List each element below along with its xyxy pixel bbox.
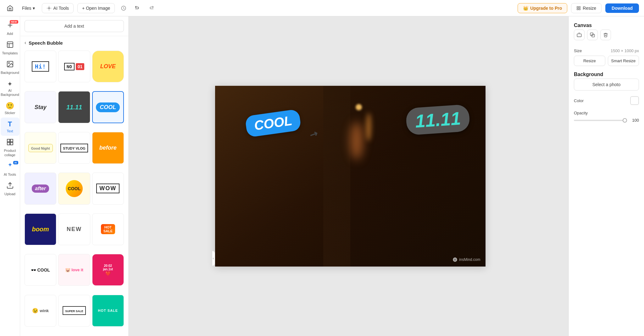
files-menu[interactable]: Files ▾ — [19, 4, 38, 13]
background-icon — [6, 60, 14, 70]
sticker-no01[interactable]: NO 01 — [58, 51, 90, 82]
sidebar-item-text[interactable]: T Text — [1, 118, 19, 136]
sticker-hi[interactable]: Hi! — [25, 51, 56, 82]
sidebar-item-templates[interactable]: Templates — [1, 38, 19, 58]
sticker-new[interactable]: NEW — [58, 213, 90, 245]
redo-button[interactable] — [146, 3, 156, 13]
svg-rect-19 — [7, 142, 10, 145]
sidebar-item-ai-tools[interactable]: AI Tools AI — [1, 160, 19, 179]
color-swatch[interactable] — [630, 96, 639, 105]
background-section-title: Background — [574, 72, 639, 77]
sticker-goodnight[interactable]: Good Night — [25, 132, 56, 164]
svg-rect-18 — [10, 139, 13, 142]
panel-top: Add a text — [20, 16, 128, 36]
sticker-supersale[interactable]: SUPER SALE — [58, 295, 90, 327]
open-image-button[interactable]: + Open Image — [77, 3, 115, 13]
size-label: Size — [574, 48, 582, 53]
upload-label: Upload — [4, 192, 15, 196]
text-label: Text — [7, 129, 13, 133]
canvas-delete-button[interactable] — [600, 30, 611, 40]
text-icon: T — [8, 120, 12, 128]
sticker-after[interactable]: after — [25, 173, 56, 204]
sidebar-item-sticker[interactable]: 🙂 Sticker — [1, 99, 19, 118]
canvas-duplicate-button[interactable] — [587, 30, 598, 40]
sticker-1111[interactable]: 11.11 — [58, 91, 90, 123]
cool-sticker-text: COOL — [253, 113, 293, 133]
canvas-section-title: Canvas — [574, 23, 639, 28]
ai-badge: AI — [13, 161, 18, 164]
sidebar-item-upload[interactable]: Upload — [1, 179, 19, 199]
upgrade-label: Upgrade to Pro — [530, 6, 562, 11]
sticker-cool3[interactable]: 🕶️ COOL — [25, 254, 56, 286]
icon-sidebar: Add NEW Templates Background ✦ A — [0, 16, 20, 336]
sticker-grid: Hi! NO 01 LOVE Stay — [20, 48, 128, 336]
sticker-studyvlog[interactable]: STUDY VLOG — [58, 132, 90, 164]
ai-tools-button[interactable]: AI Tools — [42, 3, 74, 13]
canvas-photo: COOL ↗ 11.11 insMind.com — [215, 86, 486, 267]
size-value: 1500 × 1000 px — [611, 48, 639, 53]
svg-rect-7 — [579, 6, 580, 8]
templates-icon — [6, 41, 14, 50]
open-image-label: + Open Image — [82, 6, 110, 11]
files-label: Files — [22, 6, 31, 11]
right-panel: Canvas — [569, 16, 644, 336]
resize-btn[interactable]: Resize — [574, 56, 605, 66]
select-photo-button[interactable]: Select a photo — [574, 79, 639, 91]
product-collage-label: Product collage — [2, 149, 18, 157]
svg-rect-12 — [7, 42, 13, 47]
opacity-row: 100 — [574, 118, 639, 123]
sidebar-item-add[interactable]: Add NEW — [1, 19, 19, 38]
sticker-hotsale2[interactable]: HOT SALE — [92, 295, 124, 327]
panel-header: ‹ Speech Bubble — [20, 36, 128, 48]
undo-button[interactable] — [132, 3, 142, 13]
download-label: Download — [612, 6, 633, 11]
smart-resize-btn[interactable]: Smart Resize — [608, 56, 639, 66]
back-arrow-icon[interactable]: ‹ — [25, 40, 26, 46]
add-text-button[interactable]: Add a text — [25, 20, 124, 32]
color-row: Color — [574, 96, 639, 105]
svg-point-0 — [48, 8, 50, 9]
product-collage-icon — [6, 138, 14, 148]
ai-tools-sidebar-icon — [6, 162, 14, 172]
resize-button[interactable]: Resize — [571, 3, 602, 13]
upgrade-button[interactable]: 👑 Upgrade to Pro — [518, 3, 567, 13]
sidebar-item-product-collage[interactable]: Product collage — [1, 136, 19, 159]
add-label: Add — [7, 32, 13, 36]
sticker-stay[interactable]: Stay — [25, 91, 56, 123]
ai-tools-label: AI Tools — [53, 6, 69, 11]
sticker-wink[interactable]: 😉 wink — [25, 295, 56, 327]
svg-point-23 — [454, 258, 456, 261]
ai-tools-sidebar-label: AI Tools — [4, 173, 16, 177]
sticker-boom[interactable]: boom — [25, 213, 56, 245]
svg-rect-6 — [577, 6, 578, 8]
background-label: Background — [1, 71, 19, 75]
sidebar-item-background[interactable]: Background — [1, 58, 19, 77]
sticker-before[interactable]: before — [92, 132, 124, 164]
sticker-love[interactable]: LOVE — [92, 51, 124, 82]
sticker-date[interactable]: 20:02 jan.1st ❤️ — [92, 254, 124, 286]
svg-rect-24 — [577, 34, 581, 37]
size-row: Size 1500 × 1000 px — [574, 48, 639, 53]
sticker-loveit[interactable]: 🐷 love it — [58, 254, 90, 286]
crown-icon: 👑 — [523, 6, 528, 11]
ai-background-icon: ✦ — [7, 80, 13, 88]
download-button[interactable]: Download — [605, 3, 639, 13]
sticker-wow[interactable]: WOW — [92, 173, 124, 204]
resize-label: Resize — [583, 6, 596, 11]
canvas-sticker-cool[interactable]: COOL ↗ — [246, 113, 300, 134]
sidebar-item-ai-background[interactable]: ✦ AI Background — [1, 78, 19, 99]
canvas-sticker-1111[interactable]: 11.11 — [406, 106, 469, 133]
sticker-hotsale[interactable]: HOT SALE — [92, 213, 124, 245]
upload-icon — [6, 182, 14, 191]
opacity-slider[interactable] — [574, 120, 627, 121]
home-button[interactable] — [5, 3, 15, 13]
svg-rect-9 — [577, 8, 578, 10]
svg-point-16 — [8, 63, 9, 63]
color-label: Color — [574, 98, 584, 103]
sticker-cool2[interactable]: COOL — [58, 173, 90, 204]
canvas-layer-button[interactable] — [574, 30, 585, 40]
history-button[interactable] — [119, 3, 129, 13]
collapse-panel-button[interactable]: ‹ — [212, 251, 215, 266]
chevron-down-icon: ▾ — [33, 6, 35, 11]
sticker-cool-selected[interactable]: COOL — [92, 91, 124, 123]
